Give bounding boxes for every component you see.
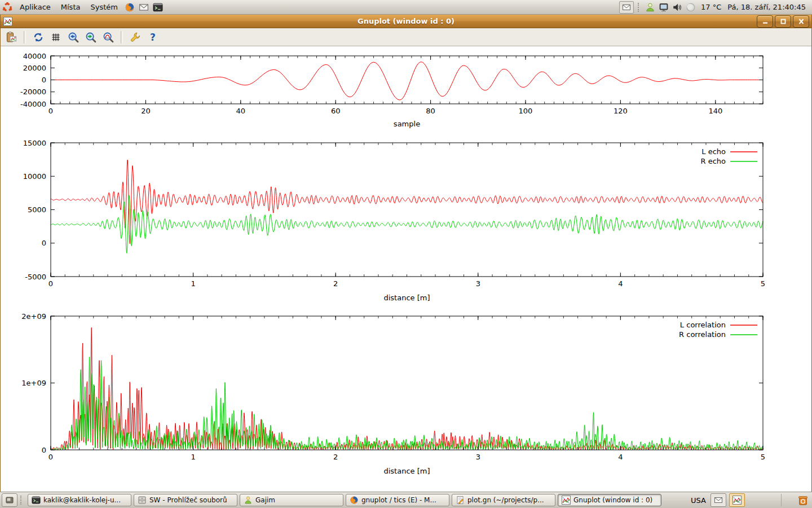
panel-separator <box>638 3 641 12</box>
svg-text:5: 5 <box>761 453 765 461</box>
toolbar-icon <box>68 32 79 43</box>
svg-text:0: 0 <box>42 239 46 247</box>
taskbar-item-icon <box>562 496 571 505</box>
svg-text:2e+09: 2e+09 <box>21 312 46 321</box>
taskbar-item-label: gnuplot / tics (E) - M... <box>361 496 436 504</box>
svg-text:R echo: R echo <box>700 157 726 165</box>
panel-launcher-icon[interactable] <box>123 0 137 14</box>
tray-icon-glyph <box>672 2 682 12</box>
panel-menu-label: Místa <box>61 3 81 11</box>
panel-launcher-icon[interactable] <box>151 0 165 14</box>
minimize-icon <box>762 19 769 24</box>
tray-icon-glyph <box>686 2 696 12</box>
svg-text:20: 20 <box>141 107 151 115</box>
toolbar-button[interactable] <box>129 31 142 43</box>
svg-text:R correlation: R correlation <box>679 330 726 339</box>
panel-menu-label: Systém <box>90 3 117 11</box>
taskbar-window-button[interactable]: SW - Prohlížeč souborů <box>134 494 237 506</box>
svg-text:1: 1 <box>191 453 195 461</box>
svg-text:0: 0 <box>42 446 46 454</box>
toolbar-button[interactable] <box>67 31 80 43</box>
svg-text:1e+09: 1e+09 <box>21 379 46 387</box>
toolbar-icon <box>6 32 17 43</box>
svg-text:L correlation: L correlation <box>680 321 726 329</box>
svg-text:20000: 20000 <box>23 64 46 72</box>
gnuplot-window: Gnuplot (window id : 0) <box>0 15 812 492</box>
keyboard-layout-indicator[interactable]: USA <box>691 496 707 505</box>
panel-menu[interactable]: Systém <box>85 0 122 14</box>
svg-text:4: 4 <box>618 279 623 288</box>
toolbar-separator <box>24 31 26 43</box>
ubuntu-logo-icon[interactable] <box>0 0 15 14</box>
tray-icon[interactable] <box>658 2 669 13</box>
svg-text:L echo: L echo <box>701 147 726 156</box>
mail-icon <box>622 3 631 12</box>
top-panel: Aplikace Místa Systém <box>0 0 812 15</box>
taskbar-tray-glyph <box>732 496 742 505</box>
taskbar-item-icon <box>456 496 465 505</box>
close-icon <box>798 19 805 24</box>
close-button[interactable] <box>793 15 809 28</box>
taskbar-item-icon <box>244 496 253 505</box>
tray-icon[interactable] <box>645 2 656 13</box>
maximize-button[interactable] <box>775 15 791 28</box>
toolbar-icon <box>103 32 114 43</box>
svg-text:120: 120 <box>614 107 628 115</box>
svg-text:100: 100 <box>519 107 533 115</box>
svg-text:0: 0 <box>48 453 53 461</box>
gnuplot-charts[interactable]: 020406080100120140-40000-200000200004000… <box>1 46 811 493</box>
taskbar-tray-icon[interactable] <box>729 493 745 507</box>
toolbar-button[interactable] <box>102 31 114 43</box>
plot-canvas[interactable]: 020406080100120140-40000-200000200004000… <box>1 46 811 492</box>
taskbar-handle <box>20 496 23 505</box>
svg-text:sample: sample <box>394 120 420 128</box>
trash-applet-icon[interactable] <box>797 494 809 506</box>
toolbar-button[interactable] <box>85 31 97 43</box>
taskbar-window-button[interactable]: Gnuplot (window id : 0) <box>558 494 661 506</box>
window-title: Gnuplot (window id : 0) <box>1 17 811 25</box>
clock[interactable]: Pá, 18. září, 21:40:45 <box>726 3 807 11</box>
svg-text:3: 3 <box>476 279 480 288</box>
taskbar-window-button[interactable]: gnuplot / tics (E) - M... <box>346 494 449 506</box>
taskbar-item-icon <box>350 496 359 505</box>
svg-text:distance [m]: distance [m] <box>383 467 430 475</box>
toolbar-icon <box>33 32 44 43</box>
svg-text:0: 0 <box>42 76 46 84</box>
tray-icon[interactable] <box>672 2 683 13</box>
taskbar-tray-icon[interactable] <box>710 493 726 507</box>
panel-menu[interactable]: Aplikace <box>15 0 56 14</box>
toolbar-copy-to-clipboard-button[interactable] <box>5 31 17 43</box>
trash-icon <box>797 494 809 506</box>
svg-text:140: 140 <box>708 107 722 115</box>
panel-menu-label: Aplikace <box>20 3 51 11</box>
tray-icon-glyph <box>645 2 655 12</box>
taskbar-window-button[interactable]: kaklik@kaklik-kolej-u... <box>28 494 131 506</box>
panel-menu[interactable]: Místa <box>56 0 86 14</box>
toolbar-button[interactable] <box>50 31 62 43</box>
toolbar-icon <box>85 32 96 43</box>
window-titlebar[interactable]: Gnuplot (window id : 0) <box>1 15 811 28</box>
svg-text:5000: 5000 <box>28 205 46 214</box>
minimize-button[interactable] <box>757 15 773 28</box>
show-desktop-button[interactable] <box>2 493 17 507</box>
tray-icon-glyph <box>659 2 669 12</box>
svg-text:15000: 15000 <box>23 139 46 147</box>
toolbar-button[interactable] <box>32 31 45 43</box>
launcher-icon <box>139 2 149 12</box>
taskbar-item-label: SW - Prohlížeč souborů <box>149 496 227 504</box>
toolbar-icon <box>130 32 141 43</box>
taskbar-window-button[interactable]: Gajim <box>240 494 343 506</box>
panel-launcher-icon[interactable] <box>137 0 151 14</box>
svg-text:2: 2 <box>333 453 338 461</box>
toolbar-separator <box>121 31 123 43</box>
svg-text:40000: 40000 <box>23 52 46 60</box>
taskbar-item-label: plot.gn (~/projects/p... <box>467 496 544 504</box>
tray-spacer <box>748 494 782 506</box>
svg-text:0: 0 <box>48 279 53 288</box>
toolbar-button[interactable] <box>147 31 159 43</box>
launcher-icon <box>153 2 163 12</box>
mail-notification-icon[interactable] <box>619 1 634 14</box>
taskbar-item-label: kaklik@kaklik-kolej-u... <box>43 496 121 504</box>
tray-icon[interactable] <box>685 2 696 13</box>
taskbar-window-button[interactable]: plot.gn (~/projects/p... <box>452 494 555 506</box>
